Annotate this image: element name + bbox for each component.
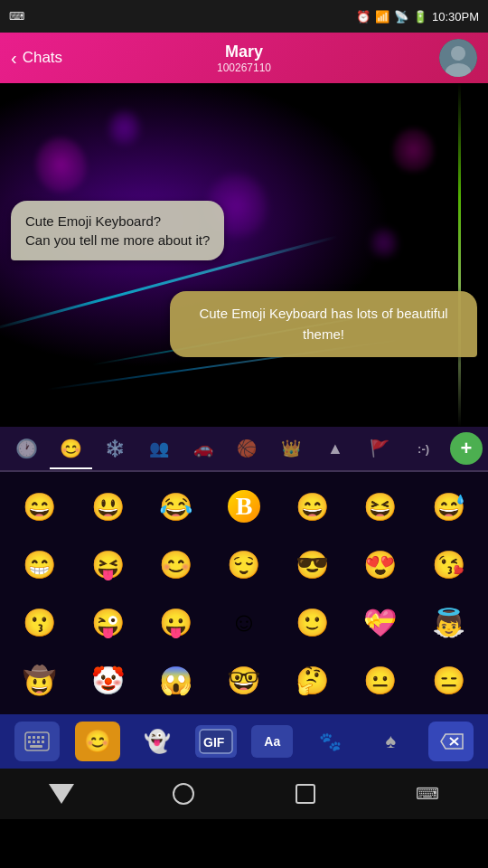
avatar[interactable] [439, 39, 477, 77]
signal-icon: 📡 [394, 10, 408, 24]
emoji-grinning[interactable]: 😄 [7, 479, 71, 533]
svg-rect-4 [28, 736, 31, 739]
contact-id: 100267110 [217, 61, 271, 74]
text-sticker-button[interactable]: Aa [251, 725, 293, 758]
emoji-smile[interactable]: 😄 [280, 479, 344, 533]
keyboard-nav-button[interactable]: ⌨ [405, 771, 450, 816]
emoji-coin[interactable]: B [211, 479, 276, 533]
gif-button[interactable]: GIF [195, 725, 237, 758]
emoji-blush[interactable]: 😊 [144, 537, 208, 591]
emoji-relieved[interactable]: 😌 [211, 537, 276, 591]
cat-objects[interactable]: 👑 [270, 429, 313, 467]
ghost-sticker-button[interactable]: 👻 [135, 722, 180, 761]
battery-icon: 🔋 [413, 10, 427, 24]
chat-area: Cute Emoji Keyboard?Can you tell me more… [0, 83, 488, 427]
emoji-stuck-out-tongue[interactable]: 😛 [144, 595, 208, 649]
recents-square-icon [296, 784, 315, 804]
message-sent: Cute Emoji Keyboard has lots of beautifu… [170, 291, 477, 357]
wifi-icon: 📶 [375, 10, 389, 24]
svg-rect-9 [33, 741, 35, 743]
cat-nature[interactable]: ❄️ [94, 429, 136, 467]
delete-button[interactable] [428, 722, 474, 761]
svg-rect-8 [28, 741, 31, 743]
cat-face[interactable]: 😊 [50, 429, 92, 467]
contact-info: Mary 100267110 [217, 42, 271, 74]
contact-name: Mary [217, 42, 271, 61]
emoji-thinking[interactable]: 🤔 [280, 653, 344, 707]
emoji-sunglasses[interactable]: 😎 [280, 537, 344, 591]
emoji-beaming[interactable]: 😁 [7, 537, 71, 591]
back-nav-button[interactable] [39, 771, 84, 816]
svg-text:GIF: GIF [203, 735, 225, 750]
emoji-picker: 🕐 😊 ❄️ 👥 🚗 🏀 👑 ▲ 🚩 :-) + 😄 😃 😂 B 😄 😆 😅 😁… [0, 427, 488, 714]
header: ‹ Chats Mary 100267110 [0, 33, 488, 83]
emoji-sweat-smile[interactable]: 😅 [417, 479, 481, 533]
bottom-toolbar: 😊 👻 GIF Aa 🐾 ♠ [0, 714, 488, 769]
keyboard-icon: ⌨ [9, 10, 24, 23]
cat-recent[interactable]: 🕐 [5, 429, 48, 467]
emoji-relaxed[interactable]: ☺️ [211, 595, 276, 649]
svg-rect-11 [42, 741, 44, 743]
emoji-angel[interactable]: 👼 [417, 595, 481, 649]
cat-flags[interactable]: 🚩 [358, 429, 400, 467]
emoji-kissing[interactable]: 😗 [7, 595, 71, 649]
message-text-right: Cute Emoji Keyboard has lots of beautifu… [199, 306, 447, 342]
emoji-cowboy[interactable]: 🤠 [7, 653, 71, 707]
emoji-grid: 😄 😃 😂 B 😄 😆 😅 😁 😝 😊 😌 😎 😍 😘 😗 😜 😛 ☺️ 🙂 💝… [0, 472, 488, 714]
gif-icon: GIF [199, 729, 233, 754]
cat-symbols[interactable]: ▲ [314, 429, 357, 467]
home-nav-button[interactable] [161, 771, 206, 816]
add-category-button[interactable]: + [450, 432, 483, 465]
message-text-left: Cute Emoji Keyboard?Can you tell me more… [25, 213, 210, 248]
svg-rect-7 [42, 736, 44, 739]
cat-travel[interactable]: 🚗 [182, 429, 224, 467]
svg-rect-6 [37, 736, 40, 739]
emoji-kiss[interactable]: 😘 [417, 537, 481, 591]
message-received: Cute Emoji Keyboard?Can you tell me more… [11, 201, 224, 260]
svg-point-1 [451, 46, 465, 61]
emoji-button[interactable]: 😊 [75, 722, 120, 761]
keyboard-nav-icon: ⌨ [416, 784, 439, 804]
emoji-grin[interactable]: 😃 [75, 479, 139, 533]
games-button[interactable]: ♠ [368, 722, 413, 761]
backspace-icon [438, 731, 464, 751]
cat-people[interactable]: 👥 [137, 429, 180, 467]
status-icons: ⏰ 📶 📡 🔋 10:30PM [356, 10, 479, 24]
bokeh-heart-5 [371, 228, 398, 258]
keyboard-switch-button[interactable] [14, 722, 60, 761]
svg-rect-12 [30, 745, 42, 748]
time-display: 10:30PM [432, 10, 479, 24]
emoji-clown[interactable]: 🤡 [75, 653, 139, 707]
emoji-laughing[interactable]: 😆 [348, 479, 412, 533]
keyboard-icon [24, 731, 50, 751]
recents-nav-button[interactable] [283, 771, 328, 816]
status-bar: ⌨ ⏰ 📶 📡 🔋 10:30PM [0, 0, 488, 33]
emoji-nerd[interactable]: 🤓 [211, 653, 276, 707]
back-label: Chats [23, 49, 62, 67]
emoji-category-bar: 🕐 😊 ❄️ 👥 🚗 🏀 👑 ▲ 🚩 :-) + [0, 427, 488, 472]
alarm-icon: ⏰ [356, 10, 371, 24]
back-triangle-icon [49, 784, 74, 804]
bokeh-heart-4 [393, 128, 434, 172]
emoji-squinting[interactable]: 😝 [75, 537, 139, 591]
emoji-sparkling-heart[interactable]: 💝 [348, 595, 412, 649]
avatar-icon [439, 39, 477, 77]
more-stickers-button[interactable]: 🐾 [308, 722, 353, 761]
cat-emoticons[interactable]: :-) [402, 429, 445, 467]
svg-rect-5 [33, 736, 35, 739]
cat-activity[interactable]: 🏀 [226, 429, 268, 467]
emoji-joy[interactable]: 😂 [144, 479, 208, 533]
emoji-scream[interactable]: 😱 [144, 653, 208, 707]
green-laser [458, 83, 461, 427]
home-circle-icon [173, 783, 194, 805]
back-arrow-icon: ‹ [11, 48, 17, 69]
emoji-neutral[interactable]: 😐 [348, 653, 412, 707]
emoji-expressionless[interactable]: 😑 [417, 653, 481, 707]
back-button[interactable]: ‹ Chats [11, 48, 62, 69]
emoji-heart-eyes[interactable]: 😍 [348, 537, 412, 591]
nav-bar: ⌨ [0, 769, 488, 819]
svg-rect-10 [37, 741, 40, 743]
emoji-wink-tongue[interactable]: 😜 [75, 595, 139, 649]
emoji-slightly-smiling[interactable]: 🙂 [280, 595, 344, 649]
